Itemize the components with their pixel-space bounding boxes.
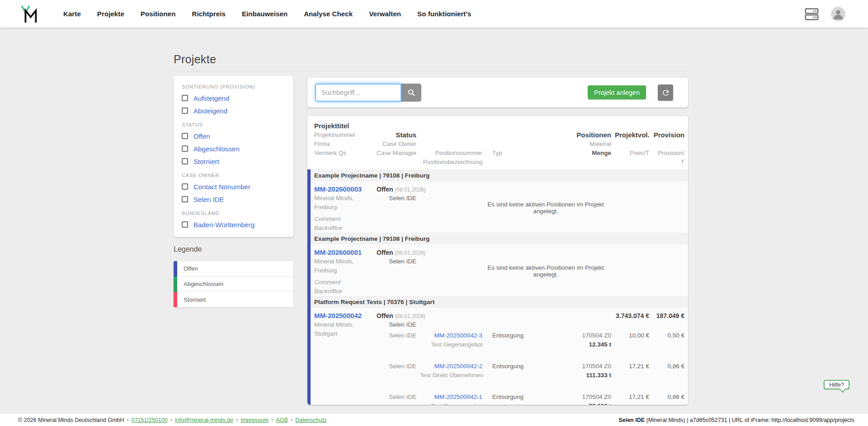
filter-option-label[interactable]: Storniert — [193, 158, 219, 165]
legend-title: Legende — [174, 245, 202, 253]
projects-table: Projekttitel Projektnummer Firma Vermerk… — [307, 116, 688, 405]
nav-item-positionen[interactable]: Positionen — [132, 10, 184, 18]
filter-option-label[interactable]: Offen — [193, 132, 210, 140]
col-menge: Menge — [539, 149, 611, 158]
filter-option-storniert[interactable]: Storniert — [182, 157, 285, 165]
legend-item-storniert: Storniert — [174, 292, 293, 307]
filter-option-baden-wuerttemberg[interactable]: Baden-Württemberg — [182, 220, 285, 229]
position-typ: Entsorgung — [492, 393, 536, 402]
position-material: 170504 Z0 — [539, 331, 611, 340]
project-vermerk2: Backoffice — [314, 224, 373, 233]
col-vermerk-qs: Vermerk Qs — [314, 149, 373, 158]
legend-color-offen — [174, 261, 177, 276]
position-preis: 10,00 € — [615, 331, 649, 340]
position-menge: 111.333 t — [539, 371, 611, 380]
footer-separator: • — [170, 417, 172, 423]
filter-option-label[interactable]: Baden-Württemberg — [193, 221, 255, 229]
footer-link-phone[interactable]: 07151/250100 — [132, 417, 168, 423]
refresh-button[interactable] — [658, 84, 673, 101]
project-vermerk: Comment — [314, 278, 373, 287]
project-firma-city: Stuttgart — [314, 329, 373, 338]
nav-item-projekte[interactable]: Projekte — [89, 10, 132, 18]
filter-panel: SORTIERUNG (PROVISION) Aufsteigend Abste… — [174, 76, 293, 237]
project-status: Offen — [377, 312, 393, 319]
col-case-owner: Case Owner — [377, 140, 416, 149]
project-id-link[interactable]: MM-202600003 — [314, 185, 373, 194]
nav-right-actions — [804, 6, 845, 22]
nav-item-so-funktionierts[interactable]: So funktioniert's — [409, 10, 479, 18]
footer-link-impressum[interactable]: Impressum — [241, 417, 269, 423]
position-name: Test Gegenangebot — [420, 402, 482, 405]
position-typ: Entsorgung — [492, 362, 536, 371]
filter-checkbox[interactable] — [182, 196, 188, 202]
filter-option-label[interactable]: Absteigend — [193, 107, 227, 115]
position-provision: 0,86 € — [653, 393, 684, 402]
position-material: 170504 Z0 — [539, 362, 611, 371]
account-icon[interactable] — [831, 7, 845, 21]
position-number-link[interactable]: MM-202500042-3 — [420, 331, 482, 340]
position-preis: 17,21 € — [615, 393, 649, 402]
position-number-link[interactable]: MM-202500042-2 — [420, 362, 482, 371]
filter-option-selen-ide[interactable]: Selen IDE — [182, 195, 285, 203]
filter-option-label[interactable]: Selen IDE — [193, 196, 224, 203]
footer-separator: • — [271, 417, 273, 423]
col-provision-t2: T — [653, 158, 684, 167]
filter-checkbox[interactable] — [182, 183, 188, 190]
filter-option-label[interactable]: Contact Nonumber — [193, 183, 250, 191]
legend-label: Storniert — [177, 296, 206, 303]
filter-option-offen[interactable]: Offen — [182, 132, 285, 140]
filter-option-label[interactable]: Abgeschlossen — [193, 145, 240, 153]
search-icon — [407, 88, 416, 97]
footer-copyright: © 2026 Mineral Minds Deutschland GmbH — [18, 417, 124, 423]
footer-link-agb[interactable]: AGB — [276, 417, 288, 423]
server-icon[interactable] — [804, 6, 819, 22]
position-case-manager: Selen IDE — [377, 393, 416, 402]
col-positionsnummer: Positionsnummer — [420, 149, 482, 158]
position-number-link[interactable]: MM-202500042-1 — [420, 393, 482, 402]
col-projektnummer: Projektnummer — [314, 131, 373, 140]
nav-item-einbauweisen[interactable]: Einbauweisen — [234, 10, 296, 18]
filter-checkbox[interactable] — [182, 158, 188, 164]
project-firma: Mineral Minds, — [314, 194, 373, 203]
col-projektvol: Projektvol. — [615, 131, 649, 140]
filter-checkbox[interactable] — [182, 145, 188, 152]
project-id-link[interactable]: MM-202500042 — [314, 311, 373, 320]
filter-option-abgeschlossen[interactable]: Abgeschlossen — [182, 145, 285, 153]
create-project-button[interactable]: Projekt anlegen — [588, 85, 646, 99]
search-input[interactable] — [315, 84, 401, 102]
filter-checkbox[interactable] — [182, 108, 188, 114]
footer-separator: • — [291, 417, 292, 423]
help-button[interactable]: Hilfe? — [824, 380, 849, 389]
filter-option-contact-nonumber[interactable]: Contact Nonumber — [182, 183, 285, 191]
project-status: Offen — [377, 186, 393, 193]
filter-checkbox[interactable] — [182, 221, 188, 228]
page-title: Projekte — [174, 53, 216, 66]
filter-option-label[interactable]: Aufsteigend — [193, 94, 229, 102]
brand-logo[interactable] — [20, 4, 39, 24]
filter-checkbox[interactable] — [182, 133, 188, 139]
position-provision: 0,50 € — [653, 331, 684, 340]
nav-item-richtpreis[interactable]: Richtpreis — [184, 10, 234, 18]
nav-item-verwalten[interactable]: Verwalten — [361, 10, 409, 18]
nav-item-karte[interactable]: Karte — [55, 10, 89, 18]
position-menge: 12.345 t — [539, 340, 611, 349]
footer-link-datenschutz[interactable]: Datenschutz — [295, 417, 326, 423]
legend-color-storniert — [174, 292, 177, 307]
refresh-icon — [661, 89, 670, 97]
filter-option-absteigend[interactable]: Absteigend — [182, 107, 285, 115]
filter-section-case-owner: CASE OWNER — [182, 173, 285, 178]
title-divider — [174, 71, 688, 71]
footer-session-details: (Mineral Minds) | a7d65c052731 | URL of … — [645, 417, 854, 423]
col-status: Status — [377, 131, 416, 140]
col-projekttitel: Projekttitel — [314, 122, 373, 131]
col-provision: Provision — [653, 131, 684, 140]
project-id-link[interactable]: MM-202600001 — [314, 248, 373, 257]
nav-item-analyse-check[interactable]: Analyse Check — [296, 10, 361, 18]
footer-link-email[interactable]: info@mineral-minds.de — [175, 417, 233, 423]
project-case-owner: Selen IDE — [377, 194, 416, 203]
filter-checkbox[interactable] — [182, 95, 188, 101]
search-button[interactable] — [401, 84, 421, 102]
legend-label: Abgeschlossen — [177, 281, 223, 287]
project-group-header: Example Projectname | 79108 | Freiburg — [311, 233, 688, 244]
filter-option-aufsteigend[interactable]: Aufsteigend — [182, 94, 285, 102]
